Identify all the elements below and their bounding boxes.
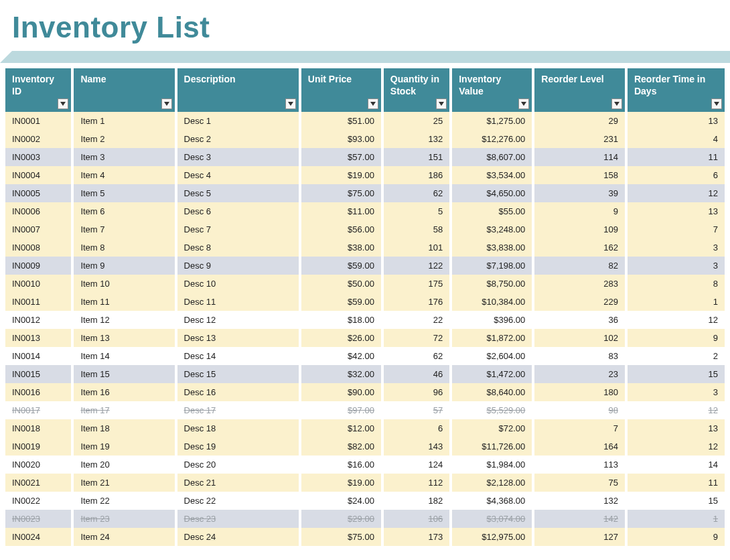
inventory-table: Inventory IDNameDescriptionUnit PriceQua… bbox=[3, 68, 727, 546]
column-header-re[interactable]: Reorder Level bbox=[534, 68, 625, 112]
filter-dropdown-icon[interactable] bbox=[436, 98, 447, 109]
cell-days: 13 bbox=[628, 419, 725, 437]
cell-price: $82.00 bbox=[301, 437, 381, 456]
table-row[interactable]: IN0005Item 5Desc 5$75.0062$4,650.003912 bbox=[5, 184, 725, 202]
cell-days: 12 bbox=[628, 311, 725, 329]
cell-qty: 176 bbox=[384, 293, 449, 311]
cell-price: $18.00 bbox=[301, 311, 381, 329]
cell-id: IN0013 bbox=[5, 329, 71, 347]
table-row[interactable]: IN0003Item 3Desc 3$57.00151$8,607.001141… bbox=[5, 148, 725, 166]
cell-id: IN0008 bbox=[5, 238, 71, 257]
cell-days: 1 bbox=[628, 293, 725, 311]
cell-val: $11,726.00 bbox=[452, 437, 532, 456]
table-row[interactable]: IN0002Item 2Desc 2$93.00132$12,276.00231… bbox=[5, 130, 725, 148]
cell-price: $59.00 bbox=[301, 293, 381, 311]
cell-id: IN0024 bbox=[5, 528, 71, 546]
cell-qty: 72 bbox=[384, 329, 449, 347]
table-row[interactable]: IN0017Item 17Desc 17$97.0057$5,529.00981… bbox=[5, 401, 725, 419]
column-header-qty[interactable]: Quantity in Stock bbox=[384, 68, 449, 112]
cell-days: 6 bbox=[628, 166, 725, 184]
cell-desc: Desc 14 bbox=[177, 347, 299, 365]
table-row[interactable]: IN0008Item 8Desc 8$38.00101$3,838.001623 bbox=[5, 238, 725, 257]
cell-desc: Desc 19 bbox=[177, 437, 299, 456]
column-header-desc[interactable]: Description bbox=[177, 68, 299, 112]
cell-val: $8,640.00 bbox=[452, 383, 532, 401]
cell-days: 12 bbox=[628, 184, 725, 202]
column-header-val[interactable]: Inventory Value bbox=[452, 68, 532, 112]
table-row[interactable]: IN0011Item 11Desc 11$59.00176$10,384.002… bbox=[5, 293, 725, 311]
cell-re: 162 bbox=[534, 238, 625, 257]
column-header-name[interactable]: Name bbox=[74, 68, 174, 112]
column-header-label: Unit Price bbox=[308, 74, 352, 84]
cell-re: 102 bbox=[534, 329, 625, 347]
cell-qty: 124 bbox=[384, 456, 449, 474]
table-row[interactable]: IN0001Item 1Desc 1$51.0025$1,275.002913 bbox=[5, 112, 725, 130]
cell-desc: Desc 10 bbox=[177, 275, 299, 293]
cell-re: 158 bbox=[534, 166, 625, 184]
column-header-price[interactable]: Unit Price bbox=[301, 68, 381, 112]
cell-qty: 57 bbox=[384, 401, 449, 419]
cell-id: IN0010 bbox=[5, 275, 71, 293]
cell-price: $24.00 bbox=[301, 492, 381, 510]
table-row[interactable]: IN0015Item 15Desc 15$32.0046$1,472.00231… bbox=[5, 365, 725, 383]
table-row[interactable]: IN0019Item 19Desc 19$82.00143$11,726.001… bbox=[5, 437, 725, 456]
filter-dropdown-icon[interactable] bbox=[368, 98, 378, 109]
filter-dropdown-icon[interactable] bbox=[611, 98, 622, 109]
cell-price: $26.00 bbox=[301, 329, 381, 347]
table-row[interactable]: IN0023Item 23Desc 23$29.00106$3,074.0014… bbox=[5, 510, 725, 528]
table-row[interactable]: IN0004Item 4Desc 4$19.00186$3,534.001586 bbox=[5, 166, 725, 184]
cell-qty: 186 bbox=[384, 166, 449, 184]
table-row[interactable]: IN0014Item 14Desc 14$42.0062$2,604.00832 bbox=[5, 347, 725, 365]
cell-desc: Desc 18 bbox=[177, 419, 299, 437]
cell-desc: Desc 16 bbox=[177, 383, 299, 401]
filter-dropdown-icon[interactable] bbox=[518, 98, 529, 109]
filter-dropdown-icon[interactable] bbox=[711, 98, 722, 109]
cell-name: Item 4 bbox=[74, 166, 174, 184]
cell-qty: 101 bbox=[384, 238, 449, 257]
table-row[interactable]: IN0016Item 16Desc 16$90.0096$8,640.00180… bbox=[5, 383, 725, 401]
cell-qty: 46 bbox=[384, 365, 449, 383]
column-header-days[interactable]: Reorder Time in Days bbox=[628, 68, 725, 112]
cell-price: $75.00 bbox=[301, 528, 381, 546]
cell-days: 9 bbox=[628, 528, 725, 546]
cell-id: IN0020 bbox=[5, 456, 71, 474]
cell-val: $8,750.00 bbox=[452, 275, 532, 293]
cell-price: $75.00 bbox=[301, 184, 381, 202]
cell-re: 164 bbox=[534, 437, 625, 456]
filter-dropdown-icon[interactable] bbox=[161, 98, 172, 109]
filter-dropdown-icon[interactable] bbox=[285, 98, 296, 109]
header-ribbon bbox=[0, 51, 730, 63]
column-header-label: Description bbox=[184, 74, 236, 84]
table-row[interactable]: IN0007Item 7Desc 7$56.0058$3,248.001097 bbox=[5, 220, 725, 238]
table-row[interactable]: IN0010Item 10Desc 10$50.00175$8,750.0028… bbox=[5, 275, 725, 293]
filter-dropdown-icon[interactable] bbox=[58, 98, 68, 109]
cell-desc: Desc 4 bbox=[177, 166, 299, 184]
cell-id: IN0018 bbox=[5, 419, 71, 437]
cell-name: Item 24 bbox=[74, 528, 174, 546]
cell-name: Item 1 bbox=[74, 112, 174, 130]
cell-val: $1,472.00 bbox=[452, 365, 532, 383]
cell-days: 8 bbox=[628, 275, 725, 293]
table-row[interactable]: IN0020Item 20Desc 20$16.00124$1,984.0011… bbox=[5, 456, 725, 474]
cell-price: $29.00 bbox=[301, 510, 381, 528]
cell-price: $59.00 bbox=[301, 257, 381, 275]
cell-re: 83 bbox=[534, 347, 625, 365]
cell-days: 13 bbox=[628, 202, 725, 220]
cell-re: 132 bbox=[534, 492, 625, 510]
cell-re: 39 bbox=[534, 184, 625, 202]
table-row[interactable]: IN0021Item 21Desc 21$19.00112$2,128.0075… bbox=[5, 474, 725, 492]
table-row[interactable]: IN0012Item 12Desc 12$18.0022$396.003612 bbox=[5, 311, 725, 329]
cell-re: 142 bbox=[534, 510, 625, 528]
table-row[interactable]: IN0009Item 9Desc 9$59.00122$7,198.00823 bbox=[5, 257, 725, 275]
column-header-id[interactable]: Inventory ID bbox=[5, 68, 71, 112]
cell-re: 82 bbox=[534, 257, 625, 275]
table-row[interactable]: IN0024Item 24Desc 24$75.00173$12,975.001… bbox=[5, 528, 725, 546]
table-body: IN0001Item 1Desc 1$51.0025$1,275.002913I… bbox=[5, 112, 725, 546]
cell-id: IN0021 bbox=[5, 474, 71, 492]
table-row[interactable]: IN0006Item 6Desc 6$11.005$55.00913 bbox=[5, 202, 725, 220]
table-row[interactable]: IN0018Item 18Desc 18$12.006$72.00713 bbox=[5, 419, 725, 437]
cell-val: $3,074.00 bbox=[452, 510, 532, 528]
cell-days: 2 bbox=[628, 347, 725, 365]
table-row[interactable]: IN0013Item 13Desc 13$26.0072$1,872.00102… bbox=[5, 329, 725, 347]
table-row[interactable]: IN0022Item 22Desc 22$24.00182$4,368.0013… bbox=[5, 492, 725, 510]
